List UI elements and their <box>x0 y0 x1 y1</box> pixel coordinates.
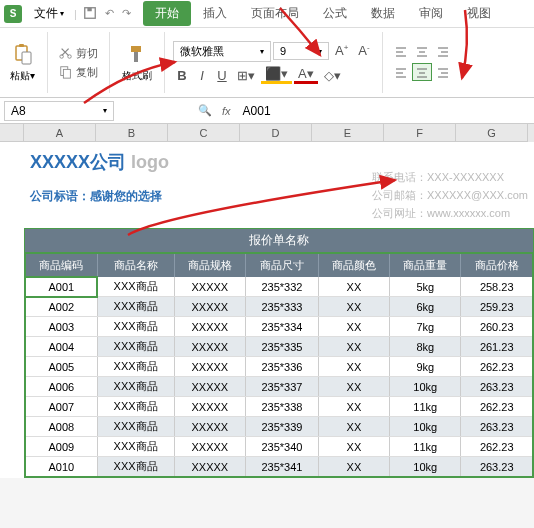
align-top-left[interactable] <box>391 44 411 62</box>
table-cell[interactable]: 261.23 <box>461 337 533 357</box>
table-cell[interactable]: 262.23 <box>461 357 533 377</box>
table-cell[interactable]: XXX商品 <box>97 417 174 437</box>
table-row[interactable]: A009XXX商品XXXXX235*340XX11kg262.23 <box>25 437 533 457</box>
table-cell[interactable]: 8kg <box>390 337 461 357</box>
col-header[interactable]: A <box>24 124 96 142</box>
align-bottom-right[interactable] <box>433 63 453 81</box>
table-cell[interactable]: XX <box>318 437 389 457</box>
table-cell[interactable]: 235*337 <box>246 377 319 397</box>
font-name-select[interactable]: 微软雅黑▾ <box>173 41 271 62</box>
align-center[interactable] <box>412 63 432 81</box>
table-row[interactable]: A002XXX商品XXXXX235*333XX6kg259.23 <box>25 297 533 317</box>
table-cell[interactable]: 263.23 <box>461 457 533 478</box>
tab-formula[interactable]: 公式 <box>311 1 359 26</box>
table-row[interactable]: A003XXX商品XXXXX235*334XX7kg260.23 <box>25 317 533 337</box>
save-icon[interactable] <box>79 4 101 24</box>
table-cell[interactable]: XXX商品 <box>97 277 174 297</box>
col-header[interactable]: B <box>96 124 168 142</box>
table-cell[interactable]: XXXXX <box>174 457 245 478</box>
select-all-corner[interactable] <box>0 124 24 142</box>
table-cell[interactable]: A008 <box>25 417 97 437</box>
table-cell[interactable]: XXXXX <box>174 337 245 357</box>
table-cell[interactable]: 10kg <box>390 377 461 397</box>
table-cell[interactable]: 10kg <box>390 417 461 437</box>
table-cell[interactable]: 263.23 <box>461 377 533 397</box>
name-box[interactable]: A8▾ <box>4 101 114 121</box>
table-row[interactable]: A010XXX商品XXXXX235*341XX10kg263.23 <box>25 457 533 478</box>
table-cell[interactable]: XXX商品 <box>97 437 174 457</box>
table-cell[interactable]: A002 <box>25 297 97 317</box>
table-cell[interactable]: A004 <box>25 337 97 357</box>
table-cell[interactable]: 263.23 <box>461 417 533 437</box>
table-cell[interactable]: A007 <box>25 397 97 417</box>
table-cell[interactable]: XX <box>318 277 389 297</box>
table-cell[interactable]: 11kg <box>390 437 461 457</box>
tab-review[interactable]: 审阅 <box>407 1 455 26</box>
bold-button[interactable]: B <box>173 66 191 85</box>
table-cell[interactable]: XXX商品 <box>97 297 174 317</box>
col-header[interactable]: E <box>312 124 384 142</box>
table-cell[interactable]: 262.23 <box>461 397 533 417</box>
table-cell[interactable]: XXX商品 <box>97 397 174 417</box>
table-cell[interactable]: XXX商品 <box>97 337 174 357</box>
table-cell[interactable]: XXXXX <box>174 417 245 437</box>
table-cell[interactable]: XXXXX <box>174 377 245 397</box>
table-cell[interactable]: XX <box>318 317 389 337</box>
col-header[interactable]: C <box>168 124 240 142</box>
table-cell[interactable]: 11kg <box>390 397 461 417</box>
table-cell[interactable]: 258.23 <box>461 277 533 297</box>
table-cell[interactable]: XXXXX <box>174 397 245 417</box>
cut-button[interactable]: 剪切 <box>56 45 101 62</box>
table-cell[interactable]: 235*336 <box>246 357 319 377</box>
table-cell[interactable]: 235*332 <box>246 277 319 297</box>
table-cell[interactable]: XX <box>318 377 389 397</box>
table-cell[interactable]: 235*338 <box>246 397 319 417</box>
table-cell[interactable]: A009 <box>25 437 97 457</box>
table-cell[interactable]: XX <box>318 337 389 357</box>
table-cell[interactable]: XXXXX <box>174 277 245 297</box>
table-cell[interactable]: A003 <box>25 317 97 337</box>
clear-format-button[interactable]: ◇▾ <box>320 66 345 85</box>
fill-color-button[interactable]: ⬛▾ <box>261 67 292 84</box>
table-cell[interactable]: 5kg <box>390 277 461 297</box>
col-header[interactable]: G <box>456 124 528 142</box>
table-cell[interactable]: XXX商品 <box>97 377 174 397</box>
table-cell[interactable]: 7kg <box>390 317 461 337</box>
table-cell[interactable]: XX <box>318 357 389 377</box>
table-cell[interactable]: 235*341 <box>246 457 319 478</box>
table-cell[interactable]: A010 <box>25 457 97 478</box>
redo-icon[interactable]: ↷ <box>118 5 135 22</box>
copy-button[interactable]: 复制 <box>56 64 101 81</box>
table-cell[interactable]: 235*335 <box>246 337 319 357</box>
table-cell[interactable]: XX <box>318 397 389 417</box>
table-cell[interactable]: XX <box>318 417 389 437</box>
border-button[interactable]: ⊞▾ <box>233 66 259 85</box>
col-header[interactable]: F <box>384 124 456 142</box>
table-cell[interactable]: 235*334 <box>246 317 319 337</box>
align-top-right[interactable] <box>433 44 453 62</box>
table-cell[interactable]: XXX商品 <box>97 357 174 377</box>
tab-insert[interactable]: 插入 <box>191 1 239 26</box>
tab-home[interactable]: 开始 <box>143 1 191 26</box>
table-cell[interactable]: XXX商品 <box>97 457 174 478</box>
table-cell[interactable]: 10kg <box>390 457 461 478</box>
paste-button[interactable]: 粘贴▾ <box>6 41 39 85</box>
decrease-font-button[interactable]: A- <box>354 41 373 60</box>
undo-icon[interactable]: ↶ <box>101 5 118 22</box>
table-cell[interactable]: XX <box>318 457 389 478</box>
table-cell[interactable]: 6kg <box>390 297 461 317</box>
table-cell[interactable]: 9kg <box>390 357 461 377</box>
fx-search-icon[interactable]: 🔍 <box>198 104 212 117</box>
table-cell[interactable]: 262.23 <box>461 437 533 457</box>
tab-view[interactable]: 视图 <box>455 1 503 26</box>
table-cell[interactable]: XXXXX <box>174 437 245 457</box>
formula-input[interactable]: A001 <box>237 102 534 120</box>
table-cell[interactable]: XXXXX <box>174 317 245 337</box>
table-cell[interactable]: XX <box>318 297 389 317</box>
table-cell[interactable]: XXXXX <box>174 357 245 377</box>
align-bottom-left[interactable] <box>391 63 411 81</box>
table-row[interactable]: A005XXX商品XXXXX235*336XX9kg262.23 <box>25 357 533 377</box>
file-menu[interactable]: 文件▾ <box>26 3 72 24</box>
align-top-center[interactable] <box>412 44 432 62</box>
table-cell[interactable]: 235*340 <box>246 437 319 457</box>
